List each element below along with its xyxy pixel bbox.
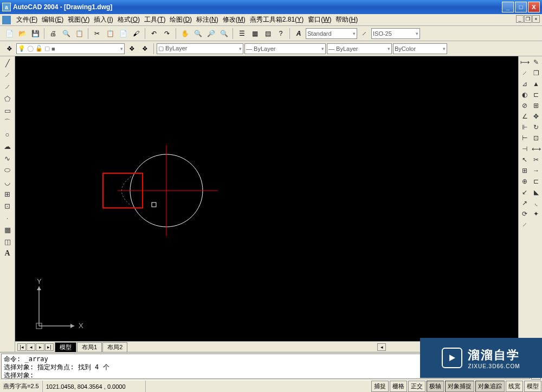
publish-button[interactable]: 📋: [73, 28, 85, 40]
dimstyle-edit-button[interactable]: ⟋: [519, 220, 530, 230]
mdi-restore-button[interactable]: ❐: [524, 15, 532, 23]
status-toggle-0[interactable]: 捕捉: [371, 381, 389, 392]
menu-i[interactable]: 插入(I): [92, 14, 115, 25]
move-button[interactable]: ✥: [531, 112, 541, 121]
ellipse-button[interactable]: ⬭: [2, 165, 14, 175]
tab-layout1[interactable]: 布局1: [77, 342, 102, 352]
arc-button[interactable]: ⌒: [2, 117, 14, 128]
status-toggle-6[interactable]: 线宽: [506, 381, 523, 392]
new-button[interactable]: 📄: [3, 28, 15, 40]
spline-button[interactable]: ∿: [2, 153, 14, 164]
layer-state-button[interactable]: ❖: [139, 43, 151, 55]
hscroll-left-button[interactable]: ◂: [377, 343, 386, 351]
dim-diameter-button[interactable]: ⊘: [519, 101, 530, 110]
point-button[interactable]: ·: [2, 212, 14, 223]
zoom-prev-button[interactable]: 🔍: [218, 28, 230, 40]
dim-linear-button[interactable]: ⟼: [519, 57, 530, 67]
menu-y[interactable]: 燕秀工具箱2.81(Y): [248, 14, 306, 25]
array-button[interactable]: ⊞: [531, 101, 541, 110]
tab-first-button[interactable]: |◂: [17, 343, 26, 351]
cut-button[interactable]: ✂: [91, 28, 103, 40]
tab-last-button[interactable]: ▸|: [45, 343, 54, 351]
minimize-button[interactable]: _: [502, 2, 514, 12]
pan-button[interactable]: ✋: [179, 28, 191, 40]
ellipse-arc-button[interactable]: ◡: [2, 177, 14, 187]
layer-manager-button[interactable]: ❖: [3, 43, 15, 55]
status-toggle-2[interactable]: 正交: [408, 381, 425, 392]
menu-app-icon[interactable]: [2, 16, 11, 24]
xline-button[interactable]: ⟋: [2, 69, 14, 80]
extend-button[interactable]: →: [531, 166, 541, 175]
tab-layout2[interactable]: 布局2: [102, 342, 127, 352]
dimtedit-button[interactable]: ↗: [519, 198, 530, 208]
linetype-select[interactable]: — ByLayer▾: [244, 43, 326, 54]
drawn-arc-dashed[interactable]: [122, 177, 132, 206]
close-button[interactable]: X: [528, 2, 540, 12]
offset-button[interactable]: ⊏: [531, 90, 541, 100]
region-button[interactable]: ◫: [2, 236, 14, 247]
tolerance-button[interactable]: ⊞: [519, 166, 530, 175]
textstyle-button[interactable]: A: [293, 28, 305, 40]
menu-n[interactable]: 标注(N): [194, 14, 221, 25]
dim-radius-button[interactable]: ◐: [519, 90, 530, 100]
tab-model[interactable]: 模型: [55, 342, 76, 352]
paste-button[interactable]: 📄: [117, 28, 129, 40]
dim-ordinate-button[interactable]: ⊿: [519, 79, 530, 89]
rectangle-button[interactable]: ▭: [2, 105, 14, 116]
dim-baseline-button[interactable]: ⊢: [519, 133, 530, 143]
drawing-canvas[interactable]: X Y: [15, 56, 518, 341]
mdi-minimize-button[interactable]: _: [516, 15, 524, 23]
chamfer-button[interactable]: ◣: [531, 187, 541, 197]
mdi-close-button[interactable]: ×: [532, 15, 540, 23]
copy-button[interactable]: 📋: [104, 28, 116, 40]
dim-update-button[interactable]: ⟳: [519, 209, 530, 219]
menu-f[interactable]: 文件(F): [14, 14, 40, 25]
dimstyle-button[interactable]: ⟋: [358, 28, 370, 40]
dim-aligned-button[interactable]: ⟋: [519, 68, 530, 78]
open-button[interactable]: 📂: [16, 28, 28, 40]
mirror-button[interactable]: ▲: [531, 79, 541, 89]
print-preview-button[interactable]: 🔍: [60, 28, 72, 40]
make-block-button[interactable]: ⊡: [2, 200, 14, 211]
properties-button[interactable]: ☰: [236, 28, 248, 40]
trim-button[interactable]: ✂: [531, 155, 541, 165]
tool-palette-button[interactable]: ▤: [262, 28, 274, 40]
revcloud-button[interactable]: ☁: [2, 141, 14, 152]
insert-block-button[interactable]: ⊞: [2, 188, 14, 199]
scale-button[interactable]: ⊡: [531, 133, 541, 143]
menu-v[interactable]: 视图(V): [66, 14, 92, 25]
save-button[interactable]: 💾: [29, 28, 41, 40]
status-toggle-4[interactable]: 对象捕捉: [445, 381, 474, 392]
erase-button[interactable]: ✎: [531, 57, 541, 67]
pline-button[interactable]: ⟋: [2, 81, 14, 92]
designcenter-button[interactable]: ▦: [249, 28, 261, 40]
layer-prev-button[interactable]: ❖: [126, 43, 138, 55]
dimstyle-select[interactable]: ISO-25▾: [371, 28, 420, 39]
explode-button[interactable]: ✦: [531, 209, 541, 219]
textstyle-select[interactable]: Standard▾: [306, 28, 357, 39]
copy-obj-button[interactable]: ❐: [531, 68, 541, 78]
rotate-button[interactable]: ↻: [531, 122, 541, 132]
color-select[interactable]: ▢ ByLayer▾: [157, 43, 243, 54]
tab-next-button[interactable]: ▸: [36, 343, 44, 351]
print-button[interactable]: 🖨: [47, 28, 59, 40]
menu-e[interactable]: 编辑(E): [40, 14, 66, 25]
status-toggle-7[interactable]: 模型: [524, 381, 541, 392]
stretch-button[interactable]: ⟷: [531, 144, 541, 154]
leader-button[interactable]: ↖: [519, 155, 530, 165]
lineweight-select[interactable]: — ByLayer▾: [327, 43, 392, 54]
maximize-button[interactable]: □: [515, 2, 527, 12]
circle-button[interactable]: ○: [2, 129, 14, 140]
menu-d[interactable]: 绘图(D): [167, 14, 194, 25]
status-toggle-1[interactable]: 栅格: [390, 381, 407, 392]
tab-prev-button[interactable]: ◂: [27, 343, 35, 351]
redo-button[interactable]: ↷: [161, 28, 173, 40]
zoom-rt-button[interactable]: 🔍: [192, 28, 204, 40]
menu-h[interactable]: 帮助(H): [333, 14, 360, 25]
menu-o[interactable]: 格式(O): [115, 14, 142, 25]
menu-m[interactable]: 修改(M): [221, 14, 248, 25]
help-button[interactable]: ?: [275, 28, 287, 40]
fillet-button[interactable]: ◟: [531, 198, 541, 208]
dim-continue-button[interactable]: ⊣: [519, 144, 530, 154]
undo-button[interactable]: ↶: [148, 28, 160, 40]
